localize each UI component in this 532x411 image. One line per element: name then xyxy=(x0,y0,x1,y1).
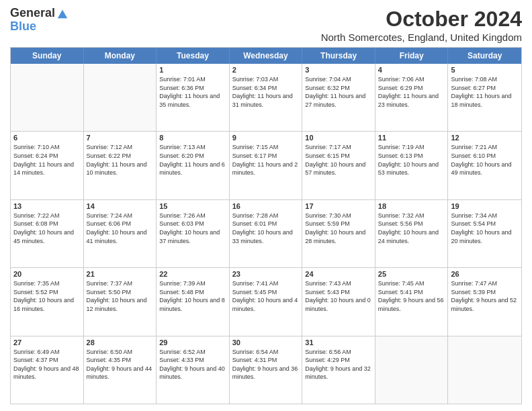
calendar-header-row: SundayMondayTuesdayWednesdayThursdayFrid… xyxy=(11,48,521,64)
day-number: 10 xyxy=(305,134,372,142)
day-cell-23: 23Sunrise: 7:41 AM Sunset: 5:45 PM Dayli… xyxy=(230,268,303,335)
day-cell-27: 27Sunrise: 6:49 AM Sunset: 4:37 PM Dayli… xyxy=(11,336,84,404)
day-info: Sunrise: 7:41 AM Sunset: 5:45 PM Dayligh… xyxy=(232,279,300,313)
day-cell-29: 29Sunrise: 6:52 AM Sunset: 4:33 PM Dayli… xyxy=(157,336,230,404)
day-info: Sunrise: 7:30 AM Sunset: 5:59 PM Dayligh… xyxy=(305,212,372,245)
day-cell-28: 28Sunrise: 6:50 AM Sunset: 4:35 PM Dayli… xyxy=(84,336,157,404)
day-header-wednesday: Wednesday xyxy=(230,48,303,64)
day-info: Sunrise: 7:06 AM Sunset: 6:29 PM Dayligh… xyxy=(378,75,445,109)
day-header-friday: Friday xyxy=(375,48,449,64)
day-number: 19 xyxy=(451,202,519,210)
day-number: 1 xyxy=(159,66,226,74)
day-info: Sunrise: 7:47 AM Sunset: 5:39 PM Dayligh… xyxy=(451,279,519,313)
day-number: 17 xyxy=(305,202,372,210)
day-number: 27 xyxy=(13,338,81,347)
day-cell-15: 15Sunrise: 7:26 AM Sunset: 6:03 PM Dayli… xyxy=(157,200,230,267)
day-info: Sunrise: 6:52 AM Sunset: 4:33 PM Dayligh… xyxy=(159,348,226,381)
day-info: Sunrise: 7:24 AM Sunset: 6:06 PM Dayligh… xyxy=(87,212,154,245)
empty-cell-w4d5 xyxy=(375,336,449,404)
day-cell-8: 8Sunrise: 7:13 AM Sunset: 6:20 PM Daylig… xyxy=(157,132,230,199)
day-number: 25 xyxy=(378,270,445,278)
day-cell-13: 13Sunrise: 7:22 AM Sunset: 6:08 PM Dayli… xyxy=(11,200,84,267)
day-number: 24 xyxy=(305,270,372,278)
day-cell-10: 10Sunrise: 7:17 AM Sunset: 6:15 PM Dayli… xyxy=(302,132,375,199)
empty-cell-w4d6 xyxy=(448,336,521,404)
day-number: 28 xyxy=(87,338,154,347)
day-number: 13 xyxy=(13,202,81,210)
day-number: 20 xyxy=(13,270,81,278)
week-row-5: 27Sunrise: 6:49 AM Sunset: 4:37 PM Dayli… xyxy=(11,336,521,404)
day-number: 6 xyxy=(13,134,81,142)
day-number: 11 xyxy=(378,134,445,142)
day-cell-26: 26Sunrise: 7:47 AM Sunset: 5:39 PM Dayli… xyxy=(448,268,521,335)
day-cell-21: 21Sunrise: 7:37 AM Sunset: 5:50 PM Dayli… xyxy=(84,268,157,335)
day-cell-3: 3Sunrise: 7:04 AM Sunset: 6:32 PM Daylig… xyxy=(302,64,375,131)
day-cell-17: 17Sunrise: 7:30 AM Sunset: 5:59 PM Dayli… xyxy=(302,200,375,267)
day-info: Sunrise: 7:12 AM Sunset: 6:22 PM Dayligh… xyxy=(87,143,154,177)
day-info: Sunrise: 7:35 AM Sunset: 5:52 PM Dayligh… xyxy=(13,279,81,313)
day-cell-12: 12Sunrise: 7:21 AM Sunset: 6:10 PM Dayli… xyxy=(448,132,521,199)
day-cell-1: 1Sunrise: 7:01 AM Sunset: 6:36 PM Daylig… xyxy=(157,64,230,131)
day-info: Sunrise: 6:56 AM Sunset: 4:29 PM Dayligh… xyxy=(305,348,372,381)
day-header-saturday: Saturday xyxy=(448,48,521,64)
main-title: October 2024 xyxy=(321,7,522,32)
day-info: Sunrise: 7:17 AM Sunset: 6:15 PM Dayligh… xyxy=(305,143,372,177)
header: General Blue October 2024 North Somercot… xyxy=(10,7,522,43)
day-cell-24: 24Sunrise: 7:43 AM Sunset: 5:43 PM Dayli… xyxy=(302,268,375,335)
day-header-monday: Monday xyxy=(84,48,157,64)
day-number: 9 xyxy=(232,134,300,142)
day-number: 16 xyxy=(232,202,300,210)
day-cell-22: 22Sunrise: 7:39 AM Sunset: 5:48 PM Dayli… xyxy=(157,268,230,335)
day-cell-2: 2Sunrise: 7:03 AM Sunset: 6:34 PM Daylig… xyxy=(230,64,303,131)
week-row-1: 1Sunrise: 7:01 AM Sunset: 6:36 PM Daylig… xyxy=(11,64,521,132)
week-row-3: 13Sunrise: 7:22 AM Sunset: 6:08 PM Dayli… xyxy=(11,200,521,268)
day-info: Sunrise: 7:37 AM Sunset: 5:50 PM Dayligh… xyxy=(87,279,154,313)
week-row-4: 20Sunrise: 7:35 AM Sunset: 5:52 PM Dayli… xyxy=(11,268,521,336)
day-number: 30 xyxy=(232,338,300,347)
day-number: 22 xyxy=(159,270,226,278)
day-number: 14 xyxy=(87,202,154,210)
day-number: 31 xyxy=(305,338,372,347)
logo-text-line2: Blue xyxy=(10,20,36,34)
day-cell-20: 20Sunrise: 7:35 AM Sunset: 5:52 PM Dayli… xyxy=(11,268,84,335)
day-header-tuesday: Tuesday xyxy=(157,48,230,64)
day-info: Sunrise: 7:32 AM Sunset: 5:56 PM Dayligh… xyxy=(378,212,445,245)
day-info: Sunrise: 7:10 AM Sunset: 6:24 PM Dayligh… xyxy=(13,143,81,177)
subtitle: North Somercotes, England, United Kingdo… xyxy=(321,32,522,43)
day-number: 3 xyxy=(305,66,372,74)
day-number: 8 xyxy=(159,134,226,142)
day-info: Sunrise: 7:03 AM Sunset: 6:34 PM Dayligh… xyxy=(232,75,300,109)
day-info: Sunrise: 7:34 AM Sunset: 5:54 PM Dayligh… xyxy=(451,212,519,245)
day-info: Sunrise: 7:39 AM Sunset: 5:48 PM Dayligh… xyxy=(159,279,226,313)
day-info: Sunrise: 7:45 AM Sunset: 5:41 PM Dayligh… xyxy=(378,279,445,313)
day-number: 4 xyxy=(378,66,445,74)
day-info: Sunrise: 7:04 AM Sunset: 6:32 PM Dayligh… xyxy=(305,75,372,109)
day-cell-19: 19Sunrise: 7:34 AM Sunset: 5:54 PM Dayli… xyxy=(448,200,521,267)
day-number: 2 xyxy=(232,66,300,74)
day-number: 15 xyxy=(159,202,226,210)
day-info: Sunrise: 7:13 AM Sunset: 6:20 PM Dayligh… xyxy=(159,143,226,177)
day-info: Sunrise: 7:28 AM Sunset: 6:01 PM Dayligh… xyxy=(232,212,300,245)
day-cell-16: 16Sunrise: 7:28 AM Sunset: 6:01 PM Dayli… xyxy=(230,200,303,267)
day-cell-7: 7Sunrise: 7:12 AM Sunset: 6:22 PM Daylig… xyxy=(84,132,157,199)
day-number: 7 xyxy=(87,134,154,142)
day-number: 12 xyxy=(451,134,519,142)
logo-icon xyxy=(56,7,69,19)
page: General Blue October 2024 North Somercot… xyxy=(0,0,532,411)
day-number: 5 xyxy=(451,66,519,74)
calendar: SundayMondayTuesdayWednesdayThursdayFrid… xyxy=(10,47,522,404)
day-number: 26 xyxy=(451,270,519,278)
day-number: 29 xyxy=(159,338,226,347)
day-cell-5: 5Sunrise: 7:08 AM Sunset: 6:27 PM Daylig… xyxy=(448,64,521,131)
title-block: October 2024 North Somercotes, England, … xyxy=(321,7,522,43)
day-cell-11: 11Sunrise: 7:19 AM Sunset: 6:13 PM Dayli… xyxy=(375,132,449,199)
day-info: Sunrise: 7:01 AM Sunset: 6:36 PM Dayligh… xyxy=(159,75,226,109)
day-info: Sunrise: 7:08 AM Sunset: 6:27 PM Dayligh… xyxy=(451,75,519,109)
day-number: 21 xyxy=(87,270,154,278)
day-number: 18 xyxy=(378,202,445,210)
day-info: Sunrise: 7:19 AM Sunset: 6:13 PM Dayligh… xyxy=(378,143,445,177)
day-info: Sunrise: 7:43 AM Sunset: 5:43 PM Dayligh… xyxy=(305,279,372,313)
logo: General Blue xyxy=(10,7,69,34)
day-info: Sunrise: 7:26 AM Sunset: 6:03 PM Dayligh… xyxy=(159,212,226,245)
day-info: Sunrise: 6:50 AM Sunset: 4:35 PM Dayligh… xyxy=(87,348,154,381)
